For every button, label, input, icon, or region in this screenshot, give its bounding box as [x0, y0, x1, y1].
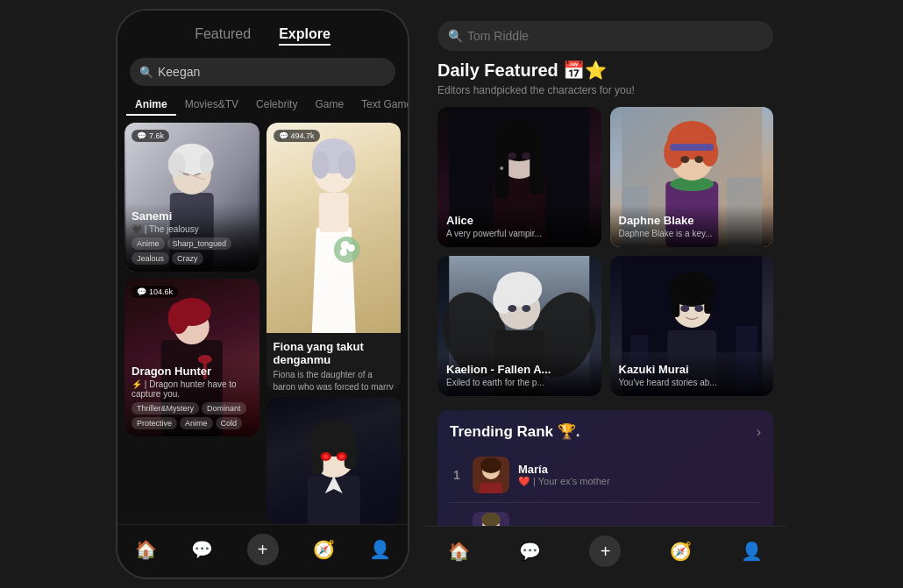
tab-game[interactable]: Game — [306, 95, 352, 116]
panel-search-input[interactable] — [437, 21, 773, 51]
trending-divider — [450, 502, 761, 503]
dragon-overlay: Dragon Hunter ⚡ | Dragon hunter have to … — [124, 358, 260, 436]
svg-point-19 — [338, 151, 355, 179]
tag-jealous: Jealous — [132, 252, 169, 265]
svg-rect-15 — [318, 193, 348, 232]
card-alice[interactable]: Alice A very powerful vampir... — [437, 107, 601, 247]
trending-item-2[interactable]: 2 Emmy — [450, 507, 761, 526]
phone-nav: 🏠 💬 + 🧭 👤 — [117, 524, 408, 577]
tag-sharp: Sharp_tongued — [167, 237, 232, 250]
kaelion-name: Kaelion - Fallen A... — [446, 363, 593, 376]
trending-arrow[interactable]: › — [757, 424, 761, 440]
kazuki-desc: You've heard stories ab... — [619, 378, 765, 387]
svg-point-50 — [664, 137, 685, 168]
alice-name: Alice — [446, 214, 593, 227]
svg-rect-52 — [670, 144, 714, 151]
tab-celebrity[interactable]: Celebrity — [247, 95, 306, 116]
tab-textgame[interactable]: Text Game — [352, 95, 408, 116]
search-input[interactable]: Keegan — [130, 58, 395, 86]
svg-point-63 — [522, 305, 530, 312]
svg-point-18 — [311, 151, 329, 179]
trending-item-1[interactable]: 1 María ❤️ | Your ex's mother — [450, 451, 761, 499]
nav-home[interactable]: 🏠 — [135, 539, 157, 560]
svg-point-22 — [347, 244, 354, 251]
trending-name-maria: María — [518, 463, 761, 476]
trending-header: Trending Rank 🏆. › — [450, 422, 761, 441]
nav-chat[interactable]: 💬 — [191, 539, 213, 560]
panel-nav: 🏠 💬 + 🧭 👤 — [423, 526, 787, 579]
tab-anime[interactable]: Anime — [126, 95, 176, 116]
panel-search-icon: 🔍 — [448, 29, 463, 43]
section-title-featured: Daily Featured 📅⭐ — [437, 60, 773, 81]
content-col-2: 💬494.7k Fiona yang takut denganmu Fiona … — [267, 123, 402, 524]
fiona-info: Fiona yang takut denganmu Fiona is the d… — [267, 333, 402, 390]
card-daphne[interactable]: Daphne Blake Daphne Blake is a key... — [610, 107, 774, 247]
tag-dominant: Dominant — [202, 402, 246, 414]
card-dragon-hunter[interactable]: 💬104.6k Dragon Hunter ⚡ | Dragon hunter … — [124, 279, 260, 436]
tab-moviestv[interactable]: Movies&TV — [176, 95, 247, 116]
card-fiona[interactable]: 💬494.7k Fiona yang takut denganmu Fiona … — [267, 123, 402, 390]
nav-add[interactable]: + — [247, 534, 279, 565]
panel-nav-profile[interactable]: 👤 — [741, 541, 763, 562]
section-subtitle-featured: Editors handpicked the characters for yo… — [437, 84, 773, 96]
sanemi-tags: Anime Sharp_tongued Jealous Crazy — [132, 237, 252, 265]
svg-point-23 — [339, 249, 346, 256]
tag-crazy: Crazy — [172, 252, 203, 265]
tab-featured[interactable]: Featured — [195, 26, 251, 46]
card-sanemi[interactable]: 💬7.6k Sanemi 🖤 | The jealousy Anime Shar… — [124, 123, 260, 272]
panel-nav-compass[interactable]: 🧭 — [670, 541, 692, 562]
fiona-desc: Fiona is the daughter of a baron who was… — [274, 369, 395, 390]
kaelion-desc: Exiled to earth for the p... — [446, 378, 593, 387]
category-tabs: Anime Movies&TV Celebrity Game Text Game — [117, 95, 408, 123]
featured-grid: Alice A very powerful vampir... — [437, 107, 773, 396]
dragon-count: 💬104.6k — [132, 286, 178, 298]
svg-point-62 — [508, 305, 516, 312]
card-kazuki[interactable]: Kazuki Murai You've heard stories ab... — [610, 256, 774, 396]
alice-desc: A very powerful vampir... — [446, 229, 593, 238]
daphne-overlay: Daphne Blake Daphne Blake is a key... — [610, 205, 774, 247]
panel-search-wrapper: 🔍 — [437, 21, 773, 51]
svg-point-5 — [200, 152, 214, 174]
trending-avatar-emmy — [473, 512, 509, 526]
trending-rank-1: 1 — [450, 468, 464, 482]
kazuki-overlay: Kazuki Murai You've heard stories ab... — [610, 354, 774, 396]
sanemi-overlay: Sanemi 🖤 | The jealousy Anime Sharp_tong… — [124, 202, 260, 272]
dragon-desc: ⚡ | Dragon hunter have to capture you. — [132, 379, 252, 399]
kazuki-name: Kazuki Murai — [619, 363, 765, 376]
card-anime-girl[interactable] — [267, 397, 402, 524]
tag-anime2: Anime — [180, 417, 213, 429]
kaelion-overlay: Kaelion - Fallen A... Exiled to earth fo… — [437, 354, 601, 396]
content-col-1: 💬7.6k Sanemi 🖤 | The jealousy Anime Shar… — [124, 123, 260, 524]
svg-rect-72 — [704, 298, 713, 314]
panel-nav-home[interactable]: 🏠 — [448, 541, 470, 562]
sanemi-name: Sanemi — [132, 209, 252, 223]
trending-section: Trending Rank 🏆. › 1 María ❤️ | Your ex' — [437, 410, 773, 526]
panel-search: 🔍 — [423, 9, 787, 60]
daphne-name: Daphne Blake — [619, 214, 765, 227]
dragon-tags: Thriller&Mystery Dominant Protective Ani… — [132, 402, 252, 429]
sanemi-desc: 🖤 | The jealousy — [132, 224, 252, 234]
svg-point-20 — [333, 237, 359, 263]
trending-sub-maria: ❤️ | Your ex's mother — [518, 476, 761, 487]
svg-rect-38 — [494, 146, 508, 199]
left-phone: Featured Explore 🔍 Keegan Anime Movies&T… — [116, 9, 409, 579]
svg-point-73 — [680, 305, 689, 312]
nav-compass[interactable]: 🧭 — [313, 539, 335, 560]
tag-thriller: Thriller&Mystery — [132, 402, 199, 414]
tab-explore[interactable]: Explore — [279, 26, 331, 46]
svg-point-4 — [168, 152, 186, 177]
trending-info-maria: María ❤️ | Your ex's mother — [518, 463, 761, 487]
panel-nav-chat[interactable]: 💬 — [519, 541, 541, 562]
svg-point-32 — [323, 454, 328, 458]
svg-rect-78 — [480, 483, 502, 493]
svg-point-41 — [522, 152, 530, 159]
panel-nav-add[interactable]: + — [589, 535, 621, 567]
search-icon: 🔍 — [139, 66, 153, 79]
phone-content: 💬7.6k Sanemi 🖤 | The jealousy Anime Shar… — [117, 123, 408, 524]
fiona-name: Fiona yang takut denganmu — [274, 340, 395, 366]
nav-profile[interactable]: 👤 — [369, 539, 391, 560]
tag-cold: Cold — [216, 417, 243, 429]
card-kaelion[interactable]: Kaelion - Fallen A... Exiled to earth fo… — [437, 256, 601, 396]
trending-avatar-maria — [473, 457, 509, 493]
dragon-name: Dragon Hunter — [132, 365, 252, 378]
